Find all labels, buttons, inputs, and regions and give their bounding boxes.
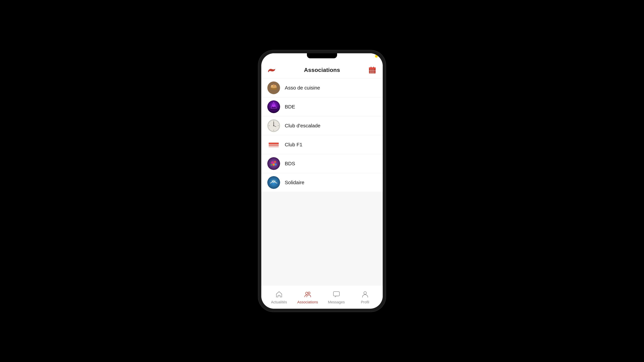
list-item[interactable]: Solidaire — [261, 173, 383, 192]
svg-point-41 — [272, 163, 275, 166]
list-item[interactable]: Asso de cuisine — [261, 78, 383, 97]
svg-point-39 — [271, 161, 274, 164]
phone-device: Associations — [258, 50, 386, 312]
nav-item-profil[interactable]: Profil — [351, 290, 379, 304]
notch — [307, 53, 337, 58]
svg-rect-34 — [269, 143, 279, 144]
svg-point-16 — [271, 85, 273, 87]
svg-point-23 — [272, 104, 275, 107]
nav-item-associations[interactable]: Associations — [293, 290, 322, 304]
avatar — [267, 81, 280, 94]
page-title: Associations — [304, 67, 340, 73]
list-item[interactable]: Club d'escalade — [261, 116, 383, 135]
svg-point-18 — [273, 84, 274, 86]
person-icon — [361, 290, 370, 299]
status-bar — [261, 53, 383, 62]
item-label: Club F1 — [285, 142, 302, 147]
people-icon — [304, 290, 312, 299]
associations-list: Asso de cuisine — [261, 78, 383, 285]
nav-label-associations: Associations — [297, 300, 318, 304]
avatar — [267, 100, 280, 113]
svg-point-49 — [364, 292, 366, 294]
chat-icon — [332, 290, 341, 299]
item-label: Asso de cuisine — [285, 85, 320, 91]
nav-item-messages[interactable]: Messages — [322, 290, 351, 304]
nav-item-actualites[interactable]: Actualités — [265, 290, 293, 304]
item-label: BDS — [285, 161, 295, 166]
nav-label-messages: Messages — [328, 300, 345, 304]
list-item[interactable]: BDS — [261, 154, 383, 173]
svg-point-43 — [275, 164, 277, 166]
svg-point-47 — [308, 292, 310, 294]
avatar — [267, 157, 280, 170]
svg-rect-2 — [369, 69, 376, 70]
home-icon — [275, 290, 284, 299]
avatar — [267, 138, 280, 151]
nav-label-profil: Profil — [361, 300, 369, 304]
svg-rect-9 — [369, 67, 376, 69]
app-logo[interactable] — [267, 67, 276, 73]
item-label: BDE — [285, 104, 295, 110]
calendar-button[interactable] — [368, 66, 377, 74]
list-item[interactable]: BDE — [261, 97, 383, 116]
status-indicator — [375, 55, 378, 58]
svg-point-46 — [306, 292, 308, 295]
svg-rect-48 — [334, 292, 340, 296]
item-label: Club d'escalade — [285, 123, 320, 129]
avatar — [267, 176, 280, 189]
header: Associations — [261, 62, 383, 78]
svg-point-42 — [270, 164, 272, 166]
nav-label-actualites: Actualités — [271, 300, 287, 304]
svg-rect-36 — [269, 146, 279, 147]
phone-screen: Associations — [261, 53, 383, 309]
svg-point-17 — [274, 85, 276, 87]
svg-rect-35 — [269, 145, 279, 146]
list-item[interactable]: Club F1 — [261, 135, 383, 154]
item-label: Solidaire — [285, 180, 304, 185]
avatar — [267, 119, 280, 132]
bottom-navigation: Actualités Associations — [261, 285, 383, 309]
svg-point-40 — [274, 161, 276, 163]
